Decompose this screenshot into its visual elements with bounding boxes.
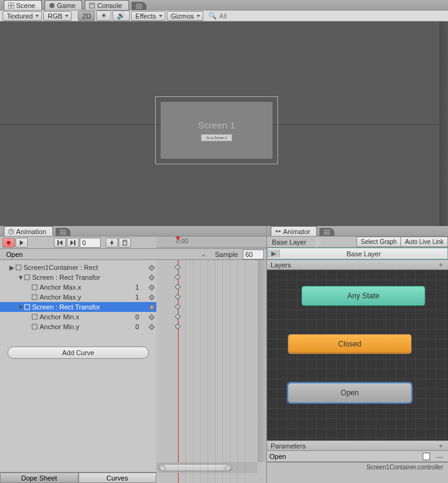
property-value: 1 (135, 284, 139, 291)
layers-header[interactable]: Layers ＋ (267, 259, 448, 270)
select-graph-button[interactable]: Select Graph (357, 237, 401, 247)
svg-rect-32 (32, 324, 37, 329)
add-keyframe-button[interactable] (106, 238, 118, 248)
tab-animator[interactable]: Animator (271, 226, 317, 236)
goto-button[interactable]: Go to Screen 2 (201, 134, 233, 141)
property-label: Screen : Rect Transfor (32, 303, 100, 311)
keyframe-indicator-icon[interactable] (149, 274, 155, 280)
keyframe-indicator-icon[interactable] (149, 264, 155, 271)
scene-viewport[interactable]: Screen 1 Go to Screen 2 (0, 22, 448, 226)
transform-icon (31, 293, 38, 301)
rendermode-dropdown[interactable]: RGB (43, 11, 72, 21)
2d-toggle[interactable]: 2D (78, 11, 95, 21)
property-label: Anchor Min.x (40, 313, 79, 321)
tree-row-0[interactable]: ▶Screen1Container : Rect (0, 262, 156, 272)
animator-options[interactable] (319, 228, 334, 236)
expand-triangle-icon[interactable]: ▼ (17, 274, 23, 281)
add-parameter-icon[interactable]: ＋ (437, 441, 444, 450)
svg-point-3 (49, 3, 54, 8)
add-curve-button[interactable]: Add Curve (7, 346, 149, 359)
parameter-row[interactable]: Open — (267, 451, 448, 462)
keyframe-indicator-icon[interactable] (149, 294, 155, 300)
scene-toolbar: Textured RGB 2D ☀ 🔊 Effects Gizmos 🔍 (0, 10, 448, 22)
animation-options[interactable] (56, 228, 70, 236)
shading-label: Textured (7, 12, 33, 20)
audio-toggle[interactable]: 🔊 (112, 10, 130, 21)
breadcrumb[interactable]: Base Layer (267, 237, 316, 247)
search-input[interactable] (219, 12, 446, 20)
auto-live-link-button[interactable]: Auto Live Link (400, 237, 448, 247)
svg-rect-27 (25, 275, 30, 280)
dopesheet-area[interactable]: 0:00 (156, 260, 266, 483)
add-layer-icon[interactable]: ＋ (437, 260, 444, 269)
tab-console[interactable]: Console (85, 0, 129, 10)
svg-rect-31 (32, 314, 37, 319)
tab-game[interactable]: Game (44, 0, 82, 10)
gizmos-label: Gizmos (171, 12, 194, 20)
expand-triangle-icon[interactable]: ▶ (9, 264, 15, 272)
keyframe-indicator-icon[interactable] (149, 324, 155, 330)
svg-rect-20 (74, 240, 75, 245)
tab-animation[interactable]: Animation (4, 226, 53, 236)
animator-icon (275, 229, 281, 235)
prev-key-button[interactable] (54, 238, 66, 248)
state-closed[interactable]: Closed (288, 334, 412, 354)
tab-scene-label: Scene (16, 2, 35, 9)
canvas-outline[interactable]: Screen 1 Go to Screen 2 (155, 96, 278, 164)
svg-rect-33 (276, 230, 277, 232)
next-key-button[interactable] (67, 238, 79, 248)
tree-row-2[interactable]: Anchor Max.x1 (0, 282, 156, 292)
state-any[interactable]: Any State (302, 286, 425, 306)
svg-marker-18 (59, 240, 62, 245)
svg-marker-16 (20, 240, 23, 245)
effects-dropdown[interactable]: Effects (131, 11, 165, 21)
layer-tab[interactable]: ▶ Base Layer (267, 248, 448, 259)
tab-scene[interactable]: Scene (4, 0, 42, 10)
tree-row-5[interactable]: Anchor Min.x0 (0, 312, 156, 322)
tab-animation-label: Animation (16, 228, 46, 235)
scene-search[interactable]: 🔍 (208, 12, 446, 20)
parameter-name: Open (269, 453, 286, 460)
frame-field[interactable] (80, 238, 101, 248)
timeline-vscroll[interactable] (258, 260, 266, 462)
property-value: 0 (135, 313, 139, 321)
curves-tab[interactable]: Curves (78, 472, 157, 483)
expand-triangle-icon[interactable]: ▼ (17, 303, 23, 311)
tab-options[interactable] (132, 2, 146, 10)
transform-icon (15, 264, 22, 271)
shading-dropdown[interactable]: Textured (2, 11, 42, 21)
time-ruler[interactable]: 0:00 (156, 237, 266, 248)
gizmos-dropdown[interactable]: Gizmos (167, 11, 203, 21)
parameter-checkbox[interactable] (423, 453, 430, 460)
svg-rect-4 (90, 3, 95, 8)
parameters-header[interactable]: Parameters ＋ (267, 440, 448, 451)
tree-row-1[interactable]: ▼Screen : Rect Transfor (0, 272, 156, 282)
dopesheet-tab[interactable]: Dope Sheet (0, 472, 78, 483)
record-button[interactable] (2, 238, 15, 248)
screen1-panel[interactable]: Screen 1 Go to Screen 2 (161, 102, 273, 159)
parameters-label: Parameters (271, 442, 306, 450)
timeline-hscroll[interactable] (156, 462, 258, 473)
keyframe-indicator-icon[interactable] (149, 304, 155, 310)
scene-scrollbar[interactable] (439, 22, 448, 226)
keyframe-indicator-icon[interactable] (149, 314, 155, 320)
lighting-toggle[interactable]: ☀ (96, 10, 111, 21)
screen-title: Screen 1 (198, 120, 235, 130)
keyframe-indicator-icon[interactable] (149, 284, 155, 290)
state-open[interactable]: Open (288, 383, 412, 403)
tree-row-3[interactable]: Anchor Max.y1 (0, 292, 156, 302)
sun-icon: ☀ (101, 12, 107, 20)
play-button[interactable] (15, 238, 28, 248)
property-label: Anchor Max.x (40, 284, 81, 291)
state-graph[interactable]: Any State Closed Open (267, 270, 448, 440)
add-event-button[interactable] (119, 238, 131, 248)
pacman-icon (49, 2, 55, 9)
svg-rect-30 (25, 304, 30, 309)
svg-rect-29 (32, 295, 37, 300)
remove-parameter-icon[interactable]: — (434, 453, 446, 460)
tree-row-6[interactable]: Anchor Min.y0 (0, 322, 156, 332)
transform-icon (31, 284, 38, 291)
tab-animator-label: Animator (283, 228, 310, 235)
svg-rect-34 (279, 230, 281, 232)
tree-row-4[interactable]: ▼Screen : Rect Transfor (0, 302, 156, 312)
